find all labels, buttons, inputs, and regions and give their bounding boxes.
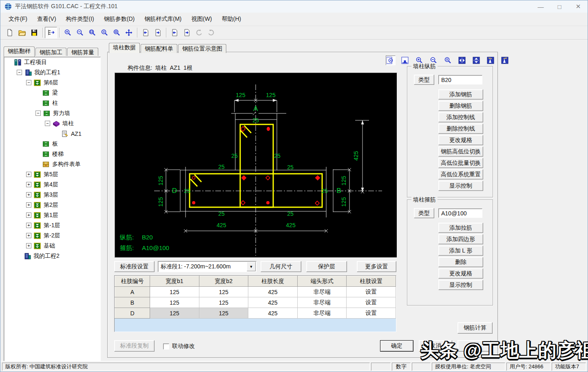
save-file-button[interactable]	[28, 27, 40, 38]
tree-expander-plus-icon[interactable]: +	[26, 213, 31, 218]
main-tab-wall-column-data[interactable]: 墙柱数据	[109, 43, 140, 53]
zoom-selected-button[interactable]	[98, 27, 111, 38]
menu-file[interactable]: 文件(F)	[4, 14, 31, 24]
tree-item-shear-wall[interactable]: −剪力墙	[4, 108, 100, 118]
view-rotate-cw-button[interactable]	[500, 55, 510, 65]
wall-column-stirrup-type-input[interactable]: A10@100	[438, 208, 482, 218]
zoom-window-button[interactable]	[86, 27, 98, 38]
tree-item-beam[interactable]: 梁	[4, 88, 100, 98]
checkbox-icon[interactable]	[163, 343, 169, 350]
zoom-out-button[interactable]	[74, 27, 86, 38]
limb-value-cell[interactable]: 125	[150, 308, 199, 319]
tree-expander-minus-icon[interactable]: −	[35, 111, 41, 116]
tree-expander-plus-icon[interactable]: +	[26, 182, 31, 187]
row-header-B[interactable]: B	[115, 297, 150, 308]
menu-rebar-style-lib[interactable]: 钢筋样式库(M)	[140, 14, 186, 24]
next-page-button[interactable]	[181, 27, 193, 38]
limb-setting-cell[interactable]: 设置	[347, 287, 396, 297]
menu-component-type[interactable]: 构件类型(I)	[62, 14, 98, 24]
wall-column-longitudinal-delete-rebar-button[interactable]: 删除钢筋	[438, 101, 483, 111]
limb-value-cell[interactable]: 125	[150, 297, 199, 308]
menu-help[interactable]: 帮助(H)	[218, 14, 245, 24]
sidebar-tab-rebar-quantity[interactable]: 钢筋算量	[67, 48, 98, 57]
wall-column-longitudinal-rebar-high-low-toggle-button[interactable]: 钢筋高低位切换	[438, 146, 483, 157]
wall-column-stirrup-add-tie-button[interactable]: 添加拉筋	[438, 223, 483, 233]
tree-item-my-project-1[interactable]: −我的工程1	[4, 67, 100, 78]
tree-item-az1[interactable]: AZ1	[4, 128, 100, 139]
minimize-button[interactable]: —	[531, 0, 550, 13]
menu-window-view[interactable]: 视图(W)	[187, 14, 216, 24]
redo-button[interactable]	[205, 27, 217, 38]
limb-setting-cell[interactable]: 设置	[347, 297, 396, 308]
tree-expander-minus-icon[interactable]: −	[45, 121, 50, 126]
wall-column-longitudinal-display-control-button[interactable]: 显示控制	[438, 181, 483, 191]
segment-settings-button[interactable]: 标准段设置	[114, 261, 155, 272]
tree-item-floor-1[interactable]: +第1层	[4, 210, 100, 220]
pan-button[interactable]	[123, 27, 135, 38]
tree-item-foundation[interactable]: +基础	[4, 241, 100, 251]
limb-value-cell[interactable]: 425	[248, 297, 298, 308]
tree-item-floor-3[interactable]: +第3层	[4, 190, 100, 200]
main-tab-rebar-position-sketch[interactable]: 钢筋位置示意图	[178, 44, 226, 53]
wall-column-longitudinal-change-spec-button[interactable]: 更改规格	[438, 135, 483, 145]
limb-value-cell[interactable]: 125	[199, 287, 248, 297]
tree-item-stairs[interactable]: 楼梯	[4, 149, 100, 159]
zoom-in-button[interactable]	[62, 27, 74, 38]
dropdown-arrow-icon[interactable]: ▼	[247, 262, 256, 271]
tree-item-floor-5[interactable]: +第5层	[4, 169, 100, 179]
tree-item-floor-2[interactable]: +第2层	[4, 200, 100, 210]
segment-select[interactable]: 标准段1: -7.200m~21.600m ▼	[158, 261, 256, 272]
wall-column-stirrup-display-control-button[interactable]: 显示控制	[438, 280, 483, 290]
tree-expander-plus-icon[interactable]: +	[26, 223, 31, 228]
tree-item-multi-component-list[interactable]: 多构件表单	[4, 159, 100, 169]
wall-column-longitudinal-high-low-batch-toggle-button[interactable]: 高低位批量切换	[438, 158, 483, 168]
wall-column-longitudinal-type-button[interactable]: 类型	[414, 75, 434, 85]
segment-copy-button[interactable]: 标准段复制	[114, 340, 155, 352]
tree-item-floor-6[interactable]: −第6层	[4, 78, 100, 88]
wall-column-stirrup-add-l-shape-button[interactable]: 添加 L 形	[438, 246, 483, 256]
rebar-calculate-button[interactable]: 钢筋计算	[458, 322, 493, 334]
limb-value-cell[interactable]: 125	[199, 308, 248, 319]
limb-setting-cell[interactable]: 设置	[347, 308, 396, 319]
cover-button[interactable]: 保护层	[306, 261, 347, 272]
tree-expander-plus-icon[interactable]: +	[26, 233, 31, 238]
tree-item-floor-b2[interactable]: +第-2层	[4, 230, 100, 241]
limb-value-cell[interactable]: 125	[150, 287, 199, 297]
main-tab-rebar-schedule[interactable]: 钢筋配料单	[141, 44, 177, 53]
limb-value-cell[interactable]: 125	[199, 297, 248, 308]
tree-item-slab[interactable]: 板	[4, 139, 100, 149]
geometry-button[interactable]: 几何尺寸	[261, 261, 301, 272]
wall-column-longitudinal-delete-control-line-button[interactable]: 删除控制线	[438, 124, 483, 134]
wall-column-longitudinal-type-input[interactable]: B20	[438, 75, 482, 84]
wall-column-stirrup-delete-button[interactable]: 删除	[438, 257, 483, 267]
tree-expander-minus-icon[interactable]: −	[26, 80, 31, 85]
next-component-button[interactable]	[152, 27, 164, 38]
wall-column-longitudinal-add-rebar-button[interactable]: 添加钢筋	[438, 89, 483, 100]
sidebar-tab-rebar-processing[interactable]: 钢筋加工	[35, 48, 66, 57]
tree-item-wall-column[interactable]: −墙柱	[4, 118, 100, 128]
sidebar-tab-rebar-detailing[interactable]: 钢筋翻样	[4, 46, 35, 57]
link-edit-checkbox[interactable]: 联动修改	[163, 343, 195, 350]
wall-column-longitudinal-high-low-system-reset-button[interactable]: 高低位系统重置	[438, 169, 483, 179]
tree-item-column[interactable]: 柱	[4, 98, 100, 108]
view-rotate-ccw-button[interactable]	[486, 55, 495, 65]
tree-expander-plus-icon[interactable]: +	[26, 192, 31, 197]
view-mirror-horizontal-button[interactable]	[457, 55, 467, 65]
prev-component-button[interactable]	[139, 27, 152, 38]
close-button[interactable]: ✕	[569, 0, 588, 13]
tree-expander-minus-icon[interactable]: −	[17, 70, 22, 75]
new-file-button[interactable]	[4, 27, 16, 38]
ok-button[interactable]: 确定	[380, 340, 413, 352]
tree-item-my-project-2[interactable]: 我的工程2	[4, 251, 100, 261]
open-file-button[interactable]	[16, 27, 28, 38]
view-mirror-vertical-button[interactable]	[471, 55, 481, 65]
wall-column-stirrup-type-button[interactable]: 类型	[414, 208, 434, 218]
menu-rebar-params[interactable]: 钢筋参数(D)	[100, 14, 139, 24]
limb-value-cell[interactable]: 非尽端	[297, 287, 347, 297]
maximize-button[interactable]: □	[550, 0, 569, 13]
row-header-A[interactable]: A	[115, 287, 150, 297]
tree-expander-plus-icon[interactable]: +	[26, 172, 31, 177]
limb-value-cell[interactable]: 非尽端	[297, 297, 347, 308]
wall-column-stirrup-change-spec-button[interactable]: 更改规格	[438, 268, 483, 279]
menu-view[interactable]: 查看(V)	[33, 14, 60, 24]
